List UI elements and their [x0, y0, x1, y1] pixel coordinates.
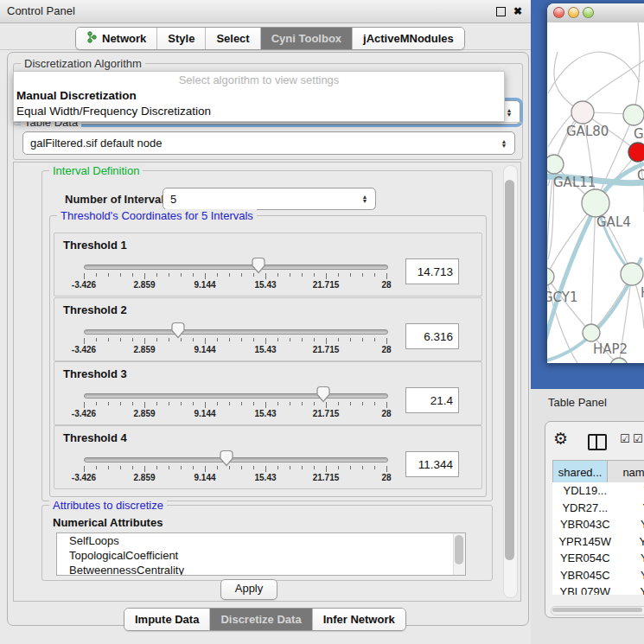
close-icon[interactable]: ✖ [513, 6, 522, 16]
panel-scrollbar-thumb[interactable] [505, 180, 514, 560]
tab-label: Discretize Data [220, 613, 301, 626]
float-window-icon[interactable] [496, 7, 506, 16]
tab-select[interactable]: Select [205, 28, 259, 49]
table-cell[interactable]: YBR045C [552, 567, 618, 584]
tick-mark [120, 402, 121, 405]
mode-tab-infer-network[interactable]: Infer Network [312, 609, 405, 630]
tick-mark [302, 402, 303, 405]
tick-mark [326, 338, 327, 344]
tick-label: 28 [381, 345, 391, 354]
table-cell[interactable]: YER054C [618, 550, 644, 567]
tick-mark [314, 273, 315, 277]
table-cell[interactable]: YBL079W [552, 583, 618, 595]
attribute-item-topologicalcoefficient[interactable]: TopologicalCoefficient [57, 548, 465, 563]
attribute-item-selfloops[interactable]: SelfLoops [57, 533, 465, 548]
threshold-value-field[interactable]: 21.4 [405, 387, 459, 413]
mode-tab-discretize-data[interactable]: Discretize Data [209, 609, 311, 630]
list-scrollbar-thumb[interactable] [455, 535, 463, 564]
table-cell[interactable]: YBR045C [618, 567, 644, 584]
tick-mark [169, 402, 169, 405]
slider-thumb[interactable] [170, 322, 186, 341]
tick-mark [290, 402, 290, 405]
tab-network[interactable]: Network [76, 28, 156, 49]
threshold-slider-track[interactable] [84, 457, 388, 462]
columns-icon[interactable] [588, 434, 607, 450]
column-header-name[interactable]: name [608, 461, 644, 485]
network-node[interactable] [623, 105, 644, 125]
threshold-label: Threshold 1 [63, 239, 127, 252]
network-node[interactable] [621, 263, 643, 285]
node-label: H [641, 285, 644, 301]
checkbox-icon[interactable]: ☑ [620, 433, 630, 444]
table-cell[interactable]: YDR27... [552, 500, 618, 517]
slider-thumb[interactable] [316, 386, 331, 405]
network-node[interactable] [571, 101, 594, 124]
table-hscrollbar-thumb[interactable] [552, 608, 642, 612]
tick-label: 2.859 [133, 409, 155, 418]
popup-hint: Select algorithm to view settings [14, 72, 504, 88]
table-cell[interactable]: YDL19... [552, 482, 618, 500]
slider-thumb[interactable] [219, 450, 234, 469]
node-label: GAL11 [553, 175, 596, 190]
table-row[interactable]: YBR045CYBR045C [552, 567, 644, 584]
table-cell[interactable]: YDR27... [618, 500, 644, 517]
checkbox-icon[interactable]: ☑ [633, 433, 643, 444]
table-data-combobox[interactable]: galFiltered.sif default node ▲▼ [22, 131, 515, 155]
table-row[interactable]: YER054CYER054C [552, 550, 644, 567]
table-cell[interactable]: YPR145W [552, 533, 618, 551]
tick-mark [277, 338, 278, 341]
table-cell[interactable]: YBR043C [552, 516, 618, 533]
tick-label: 21.715 [313, 473, 340, 482]
threshold-value-field[interactable]: 14.713 [405, 258, 459, 284]
network-node[interactable] [547, 268, 554, 285]
table-cell[interactable]: YPR145W [618, 533, 644, 551]
tick-mark [386, 466, 387, 472]
list-scrollbar[interactable] [453, 533, 465, 575]
network-window: GAL80GACGAL11GAL4GCY1HHAP2 [547, 3, 644, 363]
tick-mark [362, 273, 363, 277]
close-light-icon[interactable] [553, 7, 564, 18]
tick-mark [193, 273, 194, 277]
table-cell[interactable]: YBL079W [618, 583, 644, 595]
popup-item-equal-width-frequency-discretization[interactable]: Equal Width/Frequency Discretization [14, 104, 504, 119]
table-cell[interactable]: YBR043C [618, 516, 644, 533]
apply-button[interactable]: Apply [220, 579, 277, 600]
network-node[interactable] [582, 189, 609, 217]
slider-thumb[interactable] [251, 257, 266, 277]
tick-mark [205, 273, 206, 279]
threshold-slider-track[interactable] [84, 265, 388, 270]
tab-jactivemnodules[interactable]: jActiveMNodules [352, 28, 464, 49]
tick-label: 21.715 [313, 280, 340, 290]
table-row[interactable]: YDR27...YDR27... [552, 500, 644, 517]
table-row[interactable]: YPR145WYPR145W [552, 533, 644, 551]
threshold-slider-track[interactable] [84, 393, 388, 399]
table-hscrollbar[interactable] [551, 606, 644, 615]
node-table-rows: YDL19...YDL19...YDR27...YDR27...YBR043CY… [552, 482, 644, 595]
node-label: C [637, 168, 644, 183]
zoom-light-icon[interactable] [583, 7, 594, 18]
table-cell[interactable]: YER054C [552, 550, 618, 567]
attribute-item-betweennesscentrality[interactable]: BetweennessCentrality [57, 563, 465, 576]
table-row[interactable]: YBR043CYBR043C [552, 516, 644, 533]
popup-item-manual-discretization[interactable]: Manual Discretization [14, 88, 504, 104]
table-cell[interactable]: YDL19... [618, 482, 644, 500]
panel-scrollbar[interactable] [503, 165, 518, 598]
mode-tab-impute-data[interactable]: Impute Data [124, 609, 209, 630]
tick-mark [326, 466, 327, 472]
gear-icon[interactable]: ⚙ [553, 430, 568, 447]
network-node[interactable] [583, 324, 600, 341]
minimize-light-icon[interactable] [568, 7, 579, 18]
table-row[interactable]: YDL19...YDL19... [552, 482, 644, 500]
tab-style[interactable]: Style [156, 28, 205, 49]
tab-cyni-toolbox[interactable]: Cyni Toolbox [260, 28, 352, 49]
threshold-value-field[interactable]: 11.344 [405, 451, 459, 477]
network-node[interactable] [628, 143, 644, 162]
network-node[interactable] [547, 155, 564, 174]
cyni-toolbox-panel: Discretization Algorithm ▲▼ Table Data g… [7, 52, 529, 626]
threshold-slider-track[interactable] [84, 329, 388, 335]
threshold-value-field[interactable]: 6.316 [405, 323, 459, 349]
tick-mark [350, 338, 351, 341]
column-header-shared-name[interactable]: shared... [553, 461, 608, 485]
table-row[interactable]: YBL079WYBL079W [552, 583, 644, 595]
number-of-intervals-combobox[interactable]: 5 ▲▼ [163, 188, 376, 210]
